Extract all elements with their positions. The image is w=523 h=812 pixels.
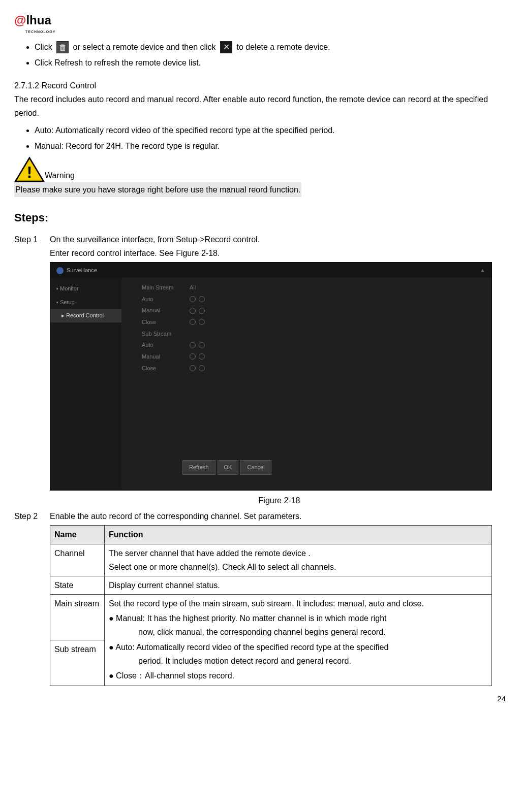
section-heading: 2.7.1.2 Record Control	[14, 79, 509, 92]
logo-sub: TECHNOLOGY	[25, 29, 509, 35]
screenshot-record-control: Surveillance ▲ ▪ Monitor ▪ Setup ▸ Recor…	[50, 262, 492, 491]
figure-caption: Figure 2-18	[50, 494, 509, 507]
screenshot-main: Main StreamAll Auto Manual Close Sub Str…	[121, 278, 491, 490]
td-channel-func: The server channel that have added the r…	[105, 544, 492, 576]
radio[interactable]	[199, 319, 205, 325]
cancel-button[interactable]: Cancel	[240, 460, 271, 475]
radio[interactable]	[190, 319, 196, 325]
section-paragraph: The record includes auto record and manu…	[14, 92, 509, 120]
warning-text: Please make sure you have storage right …	[14, 182, 301, 197]
side-monitor[interactable]: ▪ Monitor	[50, 282, 121, 296]
steps-heading: Steps:	[14, 208, 509, 227]
bullet-click-delete: Click or select a remote device and then…	[35, 40, 509, 54]
td-main-name: Main stream	[50, 595, 105, 640]
bullet-refresh: Click Refresh to refresh the remote devi…	[35, 56, 509, 70]
radio[interactable]	[190, 308, 196, 314]
row-main-stream-label: Main Stream	[142, 283, 177, 293]
td-channel-name: Channel	[50, 544, 105, 576]
brand-logo: @lhua TECHNOLOGY	[14, 10, 509, 35]
step-1: Step 1 On the surveillance interface, fr…	[14, 233, 509, 260]
bullet-list-record: Auto: Automatically record video of the …	[14, 123, 509, 153]
app-title: Surveillance	[67, 267, 97, 273]
close-icon: ✕	[220, 41, 232, 53]
td-state-name: State	[50, 576, 105, 594]
text: Click	[35, 43, 54, 51]
row-close-label: Close	[142, 317, 177, 327]
radio[interactable]	[199, 353, 205, 360]
step-1-label: Step 1	[14, 233, 50, 260]
radio[interactable]	[199, 365, 205, 371]
th-name: Name	[50, 526, 105, 544]
row-manual2-label: Manual	[142, 352, 177, 362]
row-close2-label: Close	[142, 364, 177, 373]
row-manual-label: Manual	[142, 306, 177, 315]
text: or select a remote device and then click	[73, 43, 218, 51]
radio[interactable]	[190, 296, 196, 302]
radio[interactable]	[199, 308, 205, 314]
radio[interactable]	[199, 342, 205, 348]
screenshot-sidebar: ▪ Monitor ▪ Setup ▸ Record Control	[50, 278, 121, 490]
step-2-label: Step 2	[14, 509, 50, 686]
bullet-auto: Auto: Automatically record video of the …	[35, 123, 509, 137]
row-sub-stream-label: Sub Stream	[142, 329, 177, 339]
parameter-table: Name Function Channel The server channel…	[50, 525, 492, 686]
step-1-line2: Enter record control interface. See Figu…	[50, 246, 509, 260]
warning-label: Warning	[45, 171, 75, 180]
td-state-func: Display current channel status.	[105, 576, 492, 594]
td-sub-name: Sub stream	[50, 640, 105, 686]
logo-prefix: @	[14, 13, 26, 27]
side-record-control[interactable]: ▸ Record Control	[50, 309, 121, 322]
app-icon	[56, 267, 64, 274]
screenshot-topbar: Surveillance ▲	[50, 263, 491, 278]
page-number: 24	[14, 692, 509, 705]
svg-text:!: !	[27, 164, 32, 181]
radio[interactable]	[199, 296, 205, 302]
bullet-list-top: Click or select a remote device and then…	[14, 40, 509, 70]
step-1-line1: On the surveillance interface, from Setu…	[50, 233, 509, 246]
side-setup[interactable]: ▪ Setup	[50, 296, 121, 309]
step-2-text: Enable the auto record of the correspond…	[50, 509, 509, 523]
logo-rest: lhua	[26, 13, 51, 27]
radio[interactable]	[190, 365, 196, 371]
row-auto-label: Auto	[142, 295, 177, 304]
figure-2-18: Surveillance ▲ ▪ Monitor ▪ Setup ▸ Recor…	[50, 262, 509, 507]
trash-icon	[56, 41, 69, 53]
radio[interactable]	[190, 353, 196, 360]
user-icon: ▲	[480, 263, 485, 278]
refresh-button[interactable]: Refresh	[182, 460, 216, 475]
td-stream-func: Set the record type of the main stream, …	[105, 595, 492, 686]
row-auto2-label: Auto	[142, 340, 177, 350]
bullet-manual: Manual: Record for 24H. The record type …	[35, 139, 509, 153]
step-2: Step 2 Enable the auto record of the cor…	[14, 509, 509, 686]
th-function: Function	[105, 526, 492, 544]
ok-button[interactable]: OK	[218, 460, 239, 475]
radio[interactable]	[190, 342, 196, 348]
warning-block: ! Warning Please make sure you have stor…	[14, 157, 509, 197]
warning-icon: !	[14, 157, 45, 182]
text: to delete a remote device.	[237, 43, 330, 51]
